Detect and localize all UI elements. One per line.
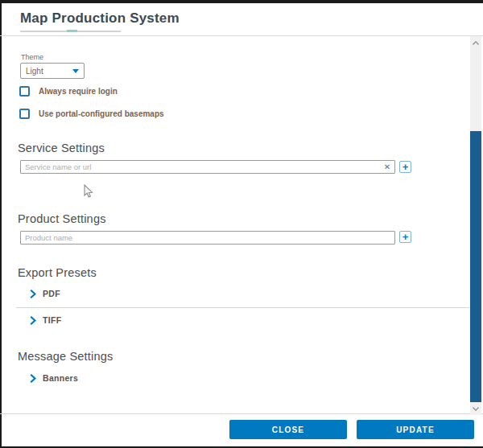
theme-label: Theme: [21, 53, 43, 61]
scroll-up-icon[interactable]: [470, 38, 481, 47]
theme-selected-value: Light: [26, 67, 72, 76]
window-edge-left: [0, 0, 2, 448]
list-divider: [16, 307, 469, 308]
add-product-button[interactable]: +: [399, 231, 411, 243]
mouse-cursor: [83, 184, 93, 203]
service-settings-title: Service Settings: [18, 142, 105, 154]
expand-row-tiff[interactable]: TIFF: [30, 315, 61, 325]
plus-icon: +: [402, 232, 409, 242]
use-portal-basemaps-row[interactable]: Use portal-configured basemaps: [19, 109, 164, 119]
export-presets-title: Export Presets: [18, 266, 97, 279]
scrollbar-thumb[interactable]: [470, 131, 481, 402]
close-button[interactable]: CLOSE: [229, 420, 347, 439]
update-button[interactable]: UPDATE: [357, 420, 474, 439]
expand-row-banners[interactable]: Banners: [30, 373, 78, 383]
always-require-login-checkbox[interactable]: [19, 86, 30, 97]
plus-icon: +: [402, 162, 409, 172]
expand-row-label: Banners: [43, 373, 78, 383]
chevron-right-icon: [30, 374, 36, 383]
window-edge-top: [0, 0, 483, 3]
footer-divider: [0, 413, 483, 414]
message-settings-title: Message Settings: [18, 350, 113, 363]
chevron-right-icon: [30, 316, 36, 325]
service-name-input[interactable]: [20, 160, 395, 174]
product-settings-title: Product Settings: [18, 212, 106, 225]
add-service-button[interactable]: +: [399, 161, 411, 173]
scrolled-content-remnant-highlight: [67, 30, 77, 32]
use-portal-basemaps-checkbox[interactable]: [19, 109, 30, 119]
expand-row-label: TIFF: [43, 315, 61, 325]
clear-icon[interactable]: ✕: [381, 161, 394, 173]
always-require-login-row[interactable]: Always require login: [19, 86, 118, 97]
theme-select[interactable]: Light: [20, 63, 85, 79]
expand-row-pdf[interactable]: PDF: [30, 289, 60, 298]
vertical-scrollbar[interactable]: [470, 36, 481, 415]
product-name-input[interactable]: [20, 231, 395, 245]
map-production-system-dialog: Map Production System Theme Light Always…: [0, 0, 483, 448]
chevron-right-icon: [30, 290, 36, 298]
checkbox-label: Use portal-configured basemaps: [39, 109, 164, 118]
checkbox-label: Always require login: [39, 87, 118, 96]
expand-row-label: PDF: [43, 289, 60, 298]
dialog-title: Map Production System: [20, 10, 180, 27]
header-divider: [0, 35, 483, 36]
chevron-down-icon: [72, 69, 79, 73]
scroll-down-icon[interactable]: [470, 404, 481, 413]
